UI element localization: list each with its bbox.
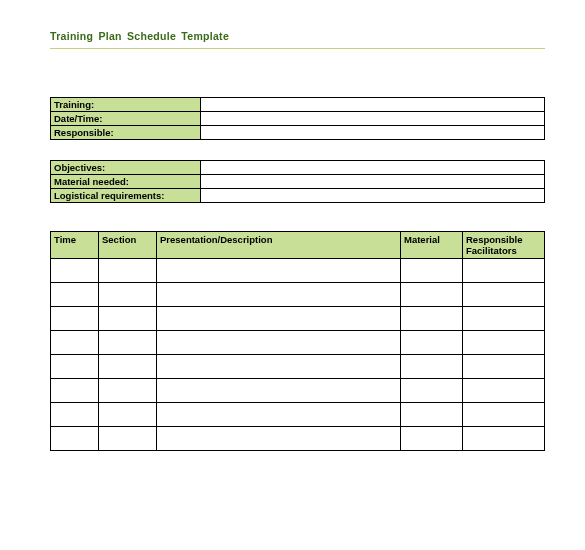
cell-section[interactable] [99,307,157,331]
col-header-time: Time [51,232,99,259]
cell-time[interactable] [51,307,99,331]
cell-section[interactable] [99,259,157,283]
table-row: Responsible: [51,126,545,140]
schedule-row [51,307,545,331]
page-title: Training Plan Schedule Template [50,30,545,42]
cell-time[interactable] [51,331,99,355]
cell-time[interactable] [51,379,99,403]
label-cell: Training: [51,98,201,112]
value-cell[interactable] [201,175,545,189]
cell-presentation[interactable] [157,283,401,307]
table-row: Training: [51,98,545,112]
value-cell[interactable] [201,189,545,203]
cell-section[interactable] [99,355,157,379]
schedule-row [51,259,545,283]
schedule-row [51,379,545,403]
cell-material[interactable] [401,259,463,283]
schedule-row [51,331,545,355]
label-cell: Logistical requirements: [51,189,201,203]
label-cell: Date/Time: [51,112,201,126]
col-header-section: Section [99,232,157,259]
schedule-row [51,283,545,307]
cell-material[interactable] [401,331,463,355]
cell-responsible[interactable] [463,403,545,427]
cell-material[interactable] [401,403,463,427]
cell-time[interactable] [51,355,99,379]
cell-responsible[interactable] [463,331,545,355]
schedule-row [51,355,545,379]
cell-presentation[interactable] [157,259,401,283]
label-cell: Responsible: [51,126,201,140]
col-header-responsible: Responsible Facilitators [463,232,545,259]
schedule-row [51,403,545,427]
schedule-header-row: Time Section Presentation/Description Ma… [51,232,545,259]
value-cell[interactable] [201,126,545,140]
table-row: Material needed: [51,175,545,189]
cell-section[interactable] [99,427,157,451]
document-page: Training Plan Schedule Template Training… [0,0,585,491]
value-cell[interactable] [201,161,545,175]
cell-time[interactable] [51,283,99,307]
cell-section[interactable] [99,331,157,355]
info-table-2: Objectives: Material needed: Logistical … [50,160,545,203]
label-cell: Material needed: [51,175,201,189]
cell-responsible[interactable] [463,427,545,451]
cell-presentation[interactable] [157,403,401,427]
cell-responsible[interactable] [463,307,545,331]
title-rule [50,48,545,49]
cell-material[interactable] [401,427,463,451]
table-row: Objectives: [51,161,545,175]
cell-section[interactable] [99,283,157,307]
cell-material[interactable] [401,379,463,403]
cell-responsible[interactable] [463,259,545,283]
cell-material[interactable] [401,355,463,379]
cell-responsible[interactable] [463,283,545,307]
cell-presentation[interactable] [157,427,401,451]
schedule-table: Time Section Presentation/Description Ma… [50,231,545,451]
table-row: Date/Time: [51,112,545,126]
cell-section[interactable] [99,403,157,427]
cell-time[interactable] [51,403,99,427]
cell-presentation[interactable] [157,331,401,355]
cell-time[interactable] [51,427,99,451]
cell-time[interactable] [51,259,99,283]
cell-presentation[interactable] [157,355,401,379]
col-header-presentation: Presentation/Description [157,232,401,259]
cell-responsible[interactable] [463,379,545,403]
label-cell: Objectives: [51,161,201,175]
info-table-1: Training: Date/Time: Responsible: [50,97,545,140]
col-header-material: Material [401,232,463,259]
value-cell[interactable] [201,98,545,112]
cell-material[interactable] [401,283,463,307]
schedule-row [51,427,545,451]
cell-responsible[interactable] [463,355,545,379]
cell-presentation[interactable] [157,307,401,331]
table-row: Logistical requirements: [51,189,545,203]
cell-section[interactable] [99,379,157,403]
cell-material[interactable] [401,307,463,331]
value-cell[interactable] [201,112,545,126]
cell-presentation[interactable] [157,379,401,403]
